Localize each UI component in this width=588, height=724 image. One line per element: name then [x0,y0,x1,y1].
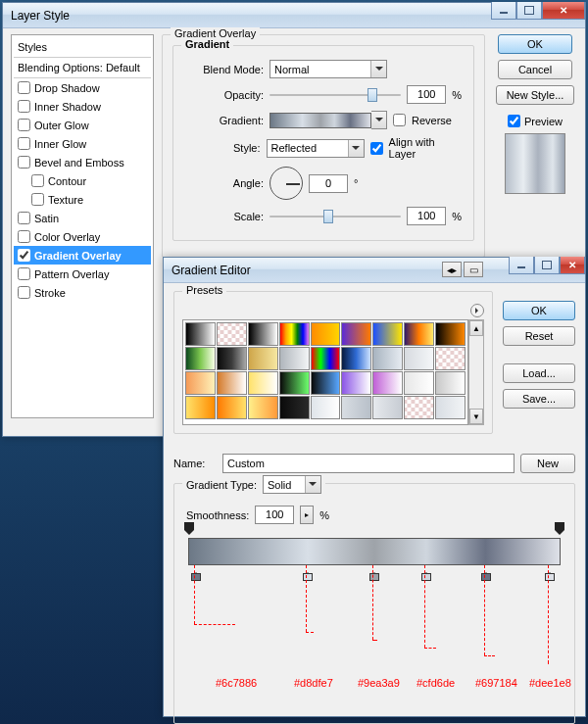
nav-prev-button[interactable]: ◂▸ [442,262,462,277]
preset-swatch[interactable] [372,347,403,370]
style-item-gradient-overlay[interactable]: Gradient Overlay [14,246,151,265]
preset-swatch[interactable] [311,322,341,346]
style-item-inner-glow[interactable]: Inner Glow [14,134,151,153]
style-checkbox[interactable] [18,119,30,131]
style-checkbox[interactable] [18,249,30,262]
style-item-color-overlay[interactable]: Color Overlay [14,227,151,246]
ge-maximize-button[interactable] [534,257,560,274]
preset-swatch[interactable] [279,371,310,395]
style-item-outer-glow[interactable]: Outer Glow [14,116,151,134]
layer-style-titlebar[interactable]: Layer Style [3,3,585,28]
presets-grid[interactable] [182,319,468,425]
ge-minimize-button[interactable] [509,257,534,274]
new-style-button[interactable]: New Style... [496,85,575,105]
preset-swatch[interactable] [311,371,341,395]
scroll-down-icon[interactable]: ▼ [469,409,483,424]
style-checkbox[interactable] [31,174,44,187]
style-item-satin[interactable]: Satin [14,209,151,227]
preset-swatch[interactable] [372,396,403,419]
presets-menu-button[interactable] [470,304,484,317]
style-checkbox[interactable] [18,212,30,224]
scale-slider[interactable] [270,207,401,225]
style-item-texture[interactable]: Texture [14,190,151,209]
preset-swatch[interactable] [248,347,278,370]
style-item-pattern-overlay[interactable]: Pattern Overlay [14,265,151,283]
style-item-inner-shadow[interactable]: Inner Shadow [14,97,151,116]
style-item-drop-shadow[interactable]: Drop Shadow [14,78,151,97]
angle-dial[interactable] [270,167,303,200]
reverse-checkbox[interactable] [393,114,406,126]
cancel-button[interactable]: Cancel [498,60,572,79]
preset-swatch[interactable] [279,347,310,370]
preset-swatch[interactable] [435,322,466,346]
gradient-picker[interactable] [270,113,371,128]
gradient-ramp[interactable] [188,538,561,565]
opacity-slider[interactable] [270,85,401,104]
style-checkbox[interactable] [18,267,30,280]
preset-swatch[interactable] [341,347,371,370]
angle-value[interactable]: 0 [309,174,348,193]
preset-swatch[interactable] [279,322,310,346]
ge-reset-button[interactable]: Reset [503,326,575,346]
style-checkbox[interactable] [18,286,30,299]
preset-swatch[interactable] [404,347,434,370]
ge-ok-button[interactable]: OK [503,301,575,320]
minimize-button[interactable] [491,2,516,20]
preset-swatch[interactable] [185,322,216,346]
styles-header[interactable]: Styles [14,37,151,58]
preset-swatch[interactable] [404,371,434,395]
blend-mode-dropdown[interactable]: Normal [270,60,387,78]
preset-swatch[interactable] [185,347,216,370]
ok-button[interactable]: OK [498,34,572,54]
preset-swatch[interactable] [279,396,310,419]
close-button[interactable] [542,2,585,20]
smoothness-value[interactable]: 100 [255,506,294,524]
preset-swatch[interactable] [185,396,216,419]
scale-value[interactable]: 100 [407,207,446,225]
presets-scrollbar[interactable]: ▲ ▼ [468,319,484,425]
style-checkbox[interactable] [18,137,30,150]
preset-swatch[interactable] [435,347,466,370]
preset-swatch[interactable] [248,322,278,346]
new-button[interactable]: New [520,454,575,473]
style-dropdown[interactable]: Reflected [267,139,365,158]
ge-load-button[interactable]: Load... [503,363,575,383]
maximize-button[interactable] [516,2,542,20]
preset-swatch[interactable] [248,371,278,395]
smoothness-flyout[interactable]: ▸ [300,506,314,524]
style-checkbox[interactable] [18,156,30,169]
preset-swatch[interactable] [217,347,247,370]
grad-type-dropdown[interactable]: Solid [263,475,321,494]
styles-list[interactable]: Styles Blending Options: Default Drop Sh… [11,34,154,418]
style-checkbox[interactable] [18,100,30,113]
style-checkbox[interactable] [18,81,30,94]
style-item-bevel-and-emboss[interactable]: Bevel and Emboss [14,153,151,171]
scroll-up-icon[interactable]: ▲ [469,320,483,336]
name-input[interactable] [222,454,514,473]
preset-swatch[interactable] [404,396,434,419]
ge-save-button[interactable]: Save... [503,389,575,409]
style-checkbox[interactable] [18,230,30,243]
preset-swatch[interactable] [185,371,216,395]
preset-swatch[interactable] [217,396,247,419]
preset-swatch[interactable] [404,322,434,346]
preset-swatch[interactable] [341,396,371,419]
ge-close-button[interactable] [560,257,585,274]
preset-swatch[interactable] [248,396,278,419]
preset-swatch[interactable] [435,371,466,395]
style-item-contour[interactable]: Contour [14,171,151,190]
preset-swatch[interactable] [311,347,341,370]
preset-swatch[interactable] [341,371,371,395]
preset-swatch[interactable] [311,396,341,419]
preset-swatch[interactable] [372,322,403,346]
blending-header[interactable]: Blending Options: Default [14,58,151,78]
gradient-editor-titlebar[interactable]: Gradient Editor ◂▸ ▭ [164,258,585,283]
preset-swatch[interactable] [217,371,247,395]
preview-checkbox[interactable] [508,115,520,127]
nav-panel-button[interactable]: ▭ [464,262,483,277]
style-item-stroke[interactable]: Stroke [14,283,151,302]
style-checkbox[interactable] [31,193,44,206]
preset-swatch[interactable] [217,322,247,346]
align-checkbox[interactable] [370,142,383,155]
preset-swatch[interactable] [372,371,403,395]
